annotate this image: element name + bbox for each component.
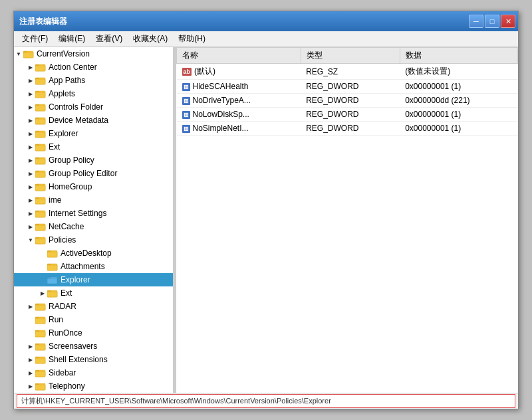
minimize-button[interactable]: ─ — [469, 15, 483, 28]
tree-item-policies[interactable]: ▼ Policies — [14, 233, 173, 247]
expand-arrow[interactable]: ▶ — [26, 142, 35, 152]
registry-tree[interactable]: ▼ CurrentVersion▶ Action Center▶ App Pat… — [14, 47, 174, 393]
close-button[interactable]: ✕ — [501, 15, 515, 28]
svg-rect-26 — [35, 159, 45, 164]
tree-label: Shell Extensions — [49, 355, 108, 364]
table-row[interactable]: ⊞NoLowDiskSp...REG_DWORD0x00000001 (1) — [177, 108, 518, 122]
svg-rect-59 — [35, 305, 45, 310]
expand-arrow[interactable]: ▶ — [26, 156, 35, 165]
tree-item-action-center[interactable]: ▶ Action Center — [14, 60, 173, 74]
expand-arrow[interactable]: ▶ — [26, 102, 35, 112]
menu-edit[interactable]: 编辑(E) — [53, 32, 90, 46]
expand-arrow[interactable]: ▶ — [26, 355, 35, 364]
tree-item-ime[interactable]: ▶ ime — [14, 193, 173, 207]
tree-item-sidebar[interactable]: ▶ Sidebar — [14, 366, 173, 379]
menu-view[interactable]: 查看(V) — [90, 32, 128, 46]
expand-arrow[interactable]: ▼ — [14, 49, 23, 58]
table-row[interactable]: ⊞HideSCAHealthREG_DWORD0x00000001 (1) — [177, 80, 518, 94]
tree-label: Explorer — [61, 275, 90, 284]
expand-arrow[interactable]: ▶ — [38, 288, 47, 298]
svg-rect-17 — [35, 119, 45, 124]
value-type: REG_DWORD — [301, 80, 400, 94]
expand-arrow[interactable]: ▶ — [26, 195, 35, 205]
expand-arrow[interactable]: ▼ — [26, 235, 35, 245]
svg-rect-77 — [35, 385, 45, 390]
folder-icon — [35, 195, 47, 205]
tree-item-attachments[interactable]: ▶ Attachments — [14, 260, 173, 273]
col-type: 类型 — [301, 48, 400, 64]
tree-item-run[interactable]: ▶ Run — [14, 313, 173, 326]
tree-item-homegroup[interactable]: ▶ HomeGroup — [14, 180, 173, 193]
expand-arrow[interactable]: ▶ — [26, 381, 35, 391]
folder-icon — [35, 315, 47, 324]
tree-item-explorer[interactable]: ▶ Explorer — [14, 127, 173, 140]
value-name: ⊞NoSimpleNetI... — [177, 122, 301, 136]
expand-arrow[interactable]: ▶ — [26, 342, 35, 351]
tree-item-runonce[interactable]: ▶ RunOnce — [14, 326, 173, 340]
tree-item-currentversion[interactable]: ▼ CurrentVersion — [14, 47, 173, 60]
folder-icon — [35, 355, 47, 364]
value-name: ⊞HideSCAHealth — [177, 80, 301, 94]
tree-item-radar[interactable]: ▶ RADAR — [14, 300, 173, 313]
expand-arrow[interactable]: ▶ — [26, 222, 35, 231]
value-type: REG_DWORD — [301, 108, 400, 122]
expand-arrow[interactable]: ▶ — [26, 62, 35, 72]
tree-item-shell-extensions[interactable]: ▶ Shell Extensions — [14, 353, 173, 366]
folder-icon — [35, 381, 47, 391]
tree-item-ext-policies[interactable]: ▶ Ext — [14, 286, 173, 300]
expand-arrow[interactable]: ▶ — [26, 169, 35, 178]
status-bar: 计算机\HKEY_CURRENT_USER\Software\Microsoft… — [14, 393, 518, 409]
tree-item-internet-settings[interactable]: ▶ Internet Settings — [14, 207, 173, 220]
value-data: 0x000000dd (221) — [400, 94, 517, 108]
svg-rect-44 — [35, 239, 45, 244]
folder-icon — [35, 235, 47, 245]
menu-favorites[interactable]: 收藏夹(A) — [128, 32, 173, 46]
tree-item-netcache[interactable]: ▶ NetCache — [14, 220, 173, 233]
svg-rect-56 — [47, 292, 57, 297]
tree-label: Ext — [49, 142, 60, 152]
folder-icon — [47, 262, 59, 271]
tree-label: Sidebar — [49, 368, 76, 377]
expand-arrow[interactable]: ▶ — [26, 302, 35, 311]
folder-icon — [35, 116, 47, 125]
expand-arrow[interactable]: ▶ — [26, 76, 35, 85]
expand-arrow[interactable]: ▶ — [26, 209, 35, 218]
tree-item-app-paths[interactable]: ▶ App Paths — [14, 74, 173, 87]
tree-item-group-policy-editor[interactable]: ▶ Group Policy Editor — [14, 167, 173, 180]
folder-icon — [35, 169, 47, 178]
svg-rect-23 — [35, 146, 45, 151]
tree-item-applets[interactable]: ▶ Applets — [14, 87, 173, 100]
col-data: 数据 — [400, 48, 517, 64]
tree-item-explorer-policies[interactable]: ▶ Explorer — [14, 273, 173, 286]
table-row[interactable]: ⊞NoSimpleNetI...REG_DWORD0x00000001 (1) — [177, 122, 518, 136]
folder-icon — [47, 275, 59, 284]
expand-arrow[interactable]: ▶ — [26, 89, 35, 98]
tree-item-device-metadata[interactable]: ▶ Device Metadata — [14, 114, 173, 127]
tree-item-active-desktop[interactable]: ▶ ActiveDesktop — [14, 247, 173, 260]
registry-editor-window: 注册表编辑器 ─ □ ✕ 文件(F) 编辑(E) 查看(V) 收藏夹(A) 帮助… — [13, 11, 519, 409]
tree-label: Device Metadata — [49, 116, 108, 125]
tree-item-ext[interactable]: ▶ Ext — [14, 140, 173, 154]
tree-label: Group Policy — [49, 156, 94, 165]
menu-help[interactable]: 帮助(H) — [173, 32, 211, 46]
tree-label: RADAR — [49, 302, 76, 311]
table-row[interactable]: ⊞NoDriveTypeA...REG_DWORD0x000000dd (221… — [177, 94, 518, 108]
tree-label: Screensavers — [49, 342, 97, 351]
table-row[interactable]: ab(默认)REG_SZ(数值未设置) — [177, 64, 518, 80]
tree-label: App Paths — [49, 76, 85, 85]
tree-item-telephony[interactable]: ▶ Telephony — [14, 379, 173, 393]
tree-label: Controls Folder — [49, 102, 103, 112]
expand-arrow[interactable]: ▶ — [26, 182, 35, 191]
maximize-button[interactable]: □ — [485, 15, 499, 28]
tree-item-group-policy[interactable]: ▶ Group Policy — [14, 154, 173, 167]
menu-file[interactable]: 文件(F) — [17, 32, 53, 46]
svg-rect-62 — [35, 318, 45, 324]
tree-label: HomeGroup — [49, 182, 92, 191]
svg-rect-68 — [35, 345, 45, 350]
expand-arrow[interactable]: ▶ — [26, 368, 35, 377]
tree-item-screensavers[interactable]: ▶ Screensavers — [14, 340, 173, 353]
expand-arrow[interactable]: ▶ — [26, 129, 35, 138]
values-table: 名称 类型 数据 ab(默认)REG_SZ(数值未设置)⊞HideSCAHeal… — [176, 47, 518, 136]
tree-item-controls-folder[interactable]: ▶ Controls Folder — [14, 100, 173, 114]
expand-arrow[interactable]: ▶ — [26, 116, 35, 125]
